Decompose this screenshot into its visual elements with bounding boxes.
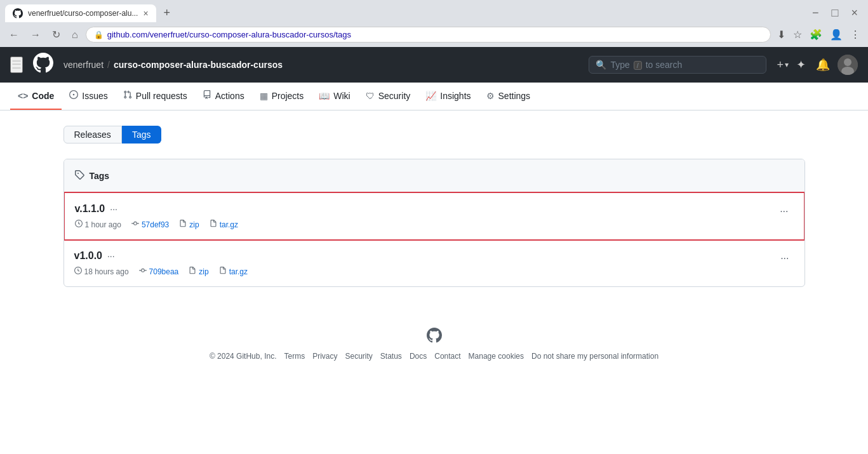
tags-header: Tags xyxy=(64,159,805,192)
notifications-icon[interactable]: 🔔 xyxy=(813,55,832,74)
nav-label-settings: Settings xyxy=(498,91,531,101)
tag-item-v1-0-0-details: v1.0.0 ··· 18 hours ago 709beaa xyxy=(74,250,776,276)
nav-label-code: Code xyxy=(32,91,54,101)
forward-button[interactable]: → xyxy=(27,27,44,43)
tag-v1-1-0-zip-link[interactable]: zip xyxy=(189,220,199,229)
tags-header-icon xyxy=(74,170,84,182)
tag-v1-1-0-commit-link[interactable]: 57def93 xyxy=(142,220,169,229)
tab-title: venerfruet/curso-composer-alu... xyxy=(28,9,138,18)
win-minimize-btn[interactable]: − xyxy=(807,6,824,20)
main-content: Releases Tags Tags v.1.1.0 ··· xyxy=(53,110,815,302)
breadcrumb: venerfruet / curso-composer-alura-buscad… xyxy=(63,60,283,70)
user-avatar[interactable] xyxy=(838,55,858,75)
hamburger-menu-button[interactable]: ☰ xyxy=(10,57,23,73)
search-box[interactable]: 🔍 Type / to search xyxy=(589,56,766,74)
nav-item-wiki[interactable]: 📖 Wiki xyxy=(311,83,357,110)
footer-terms-link[interactable]: Terms xyxy=(284,352,305,361)
footer-security-link[interactable]: Security xyxy=(345,352,372,361)
clock-icon-2 xyxy=(74,267,82,276)
footer-copyright: © 2024 GitHub, Inc. xyxy=(210,352,277,361)
tag-v1-0-0-name: v1.0.0 xyxy=(74,250,102,262)
wiki-icon: 📖 xyxy=(319,91,330,101)
nav-label-issues: Issues xyxy=(82,91,107,101)
tags-tab[interactable]: Tags xyxy=(122,126,162,144)
nav-label-insights: Insights xyxy=(440,91,471,101)
breadcrumb-repo-link[interactable]: curso-composer-alura-buscador-cursos xyxy=(114,60,283,70)
tag-item-v1-1-0: v.1.1.0 ··· 1 hour ago 57def93 xyxy=(63,192,805,241)
tag-v1-0-0-meta: 18 hours ago 709beaa zip xyxy=(74,267,776,276)
tag-v1-0-0-zip: zip xyxy=(189,267,208,276)
browser-tab-active[interactable]: venerfruet/curso-composer-alu... × xyxy=(5,4,156,22)
zip-icon-2 xyxy=(189,267,196,276)
tag-item-v1-1-0-details: v.1.1.0 ··· 1 hour ago 57def93 xyxy=(75,203,775,229)
issues-icon xyxy=(69,90,78,101)
tag-v1-1-0-name: v.1.1.0 xyxy=(75,203,105,215)
search-placeholder-text: Type / to search xyxy=(610,60,759,70)
header-actions: + ▾ ✦ 🔔 xyxy=(777,55,858,75)
tag-v1-0-0-more-button[interactable]: ··· xyxy=(775,250,794,267)
nav-item-settings[interactable]: ⚙ Settings xyxy=(479,83,538,110)
address-bar[interactable]: 🔒 github.com/venerfruet/curso-composer-a… xyxy=(86,27,771,43)
nav-item-actions[interactable]: Actions xyxy=(195,83,252,110)
menu-icon[interactable]: ⋮ xyxy=(848,26,863,43)
win-maximize-btn[interactable]: □ xyxy=(827,6,844,20)
footer-contact-link[interactable]: Contact xyxy=(434,352,460,361)
home-button[interactable]: ⌂ xyxy=(68,27,82,43)
targz-icon-2 xyxy=(219,267,227,276)
extensions-icon[interactable]: 🧩 xyxy=(807,26,825,43)
bookmark-icon[interactable]: ☆ xyxy=(791,26,805,43)
footer-status-link[interactable]: Status xyxy=(380,352,402,361)
svg-point-1 xyxy=(844,58,851,66)
footer-docs-link[interactable]: Docs xyxy=(410,352,427,361)
footer-privacy-link[interactable]: Privacy xyxy=(312,352,337,361)
repo-nav: <> Code Issues Pull requests Actions ▦ P… xyxy=(0,83,868,110)
back-button[interactable]: ← xyxy=(5,27,23,43)
nav-item-pull-requests[interactable]: Pull requests xyxy=(116,83,195,110)
tag-v1-1-0-dots-button[interactable]: ··· xyxy=(110,204,117,214)
new-tab-button[interactable]: + xyxy=(159,4,176,22)
tag-v1-0-0-targz-link[interactable]: tar.gz xyxy=(229,267,248,276)
github-logo xyxy=(33,53,53,77)
projects-icon: ▦ xyxy=(260,91,268,101)
nav-item-insights[interactable]: 📈 Insights xyxy=(418,83,478,110)
tag-v1-0-0-name-row: v1.0.0 ··· xyxy=(74,250,776,262)
releases-tab[interactable]: Releases xyxy=(63,126,122,144)
copilot-icon[interactable]: ✦ xyxy=(794,55,808,74)
browser-toolbar-icons: ⬇ ☆ 🧩 👤 ⋮ xyxy=(775,26,863,43)
window-controls: − □ × xyxy=(807,6,863,20)
tags-container: Tags v.1.1.0 ··· 1 hour ago xyxy=(63,159,805,287)
tag-v1-0-0-dots-button[interactable]: ··· xyxy=(107,251,115,261)
breadcrumb-user-link[interactable]: venerfruet xyxy=(63,60,103,70)
tag-v1-1-0-more-button[interactable]: ··· xyxy=(775,203,793,220)
breadcrumb-separator: / xyxy=(107,60,110,70)
win-close-btn[interactable]: × xyxy=(846,6,863,20)
nav-item-issues[interactable]: Issues xyxy=(62,83,115,110)
actions-icon xyxy=(203,90,211,101)
global-search: 🔍 Type / to search xyxy=(589,56,766,74)
tag-v1-1-0-targz: tar.gz xyxy=(210,220,238,229)
tag-item-v1-0-0: v1.0.0 ··· 18 hours ago 709beaa xyxy=(64,240,805,286)
pull-request-icon xyxy=(123,90,132,101)
download-icon[interactable]: ⬇ xyxy=(775,26,788,43)
tag-v1-0-0-zip-link[interactable]: zip xyxy=(199,267,208,276)
browser-toolbar: ← → ↻ ⌂ 🔒 github.com/venerfruet/curso-co… xyxy=(0,22,868,47)
nav-item-projects[interactable]: ▦ Projects xyxy=(252,83,312,110)
tag-v1-1-0-time: 1 hour ago xyxy=(75,220,121,229)
footer-do-not-share-link[interactable]: Do not share my personal information xyxy=(531,352,658,361)
nav-label-wiki: Wiki xyxy=(333,91,350,101)
tag-v1-1-0-targz-link[interactable]: tar.gz xyxy=(220,220,238,229)
tag-v1-1-0-name-row: v.1.1.0 ··· xyxy=(75,203,775,215)
refresh-button[interactable]: ↻ xyxy=(48,26,64,43)
create-new-button[interactable]: + ▾ xyxy=(777,58,789,72)
tag-v1-1-0-zip: zip xyxy=(179,220,199,229)
tag-v1-0-0-commit-link[interactable]: 709beaa xyxy=(149,267,179,276)
tags-header-title: Tags xyxy=(90,171,110,181)
nav-label-pull-requests: Pull requests xyxy=(136,91,187,101)
nav-item-security[interactable]: 🛡 Security xyxy=(358,83,418,110)
browser-chrome: venerfruet/curso-composer-alu... × + − □… xyxy=(0,0,868,47)
nav-item-code[interactable]: <> Code xyxy=(10,83,62,110)
nav-label-projects: Projects xyxy=(272,91,304,101)
tab-close-btn[interactable]: × xyxy=(143,8,148,18)
footer-manage-cookies-link[interactable]: Manage cookies xyxy=(469,352,524,361)
profile-icon[interactable]: 👤 xyxy=(827,26,845,43)
